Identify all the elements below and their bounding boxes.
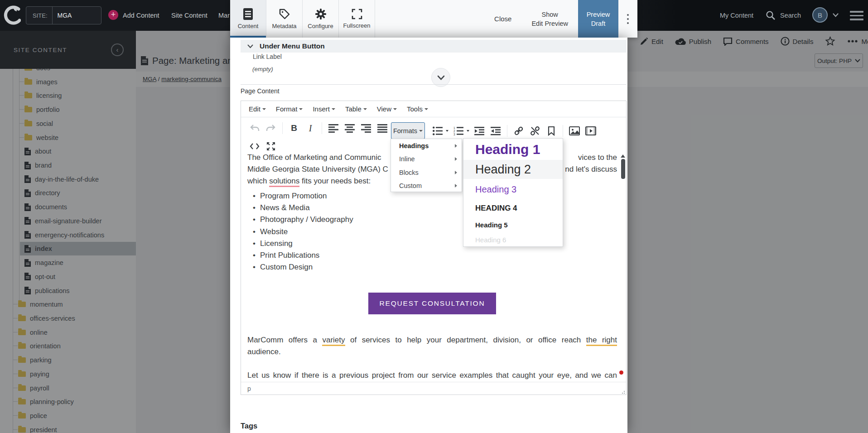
- submenu-arrow-icon: [455, 184, 457, 188]
- page-content-label: Page Content: [241, 87, 280, 95]
- formats-label: Formats: [393, 127, 417, 135]
- highlighted-word: the right: [586, 336, 617, 346]
- link-label-field-value: (empty): [252, 66, 273, 72]
- formats-menu-item-custom[interactable]: Custom: [391, 179, 462, 193]
- kebab-menu-icon[interactable]: [618, 0, 637, 38]
- scroll-up-icon[interactable]: [621, 154, 625, 158]
- formats-menu-item-headings[interactable]: Headings: [391, 139, 462, 153]
- chevron-down-icon: [437, 75, 445, 80]
- tab-fullscreen-label: Fullscreen: [343, 22, 371, 29]
- close-button[interactable]: Close: [494, 15, 511, 23]
- undo-button[interactable]: [249, 123, 260, 134]
- align-center-button[interactable]: [344, 123, 355, 134]
- tab-metadata[interactable]: Metadata: [266, 0, 303, 38]
- service-bullet-list: Program PromotionNews & MediaPhotography…: [247, 190, 353, 273]
- numbered-list-caret-icon[interactable]: [467, 130, 469, 132]
- add-content-icon[interactable]: +: [108, 10, 118, 20]
- caret-down-icon: [299, 108, 303, 110]
- bullet-item: News & Media: [247, 202, 353, 214]
- submenu-arrow-icon: [455, 157, 457, 161]
- anchor-bookmark-button[interactable]: [546, 125, 557, 136]
- tab-content-label: Content: [238, 23, 259, 29]
- hamburger-menu-icon[interactable]: [850, 11, 863, 20]
- search-link[interactable]: Search: [780, 12, 801, 19]
- bullet-item: Print Publications: [247, 250, 353, 261]
- align-justify-button[interactable]: [377, 123, 388, 134]
- link-label-field-label: Link Label: [253, 53, 282, 60]
- formats-dropdown-button[interactable]: Formats: [391, 122, 425, 139]
- unlink-button[interactable]: [530, 125, 540, 136]
- section-title: Under Menu Button: [260, 42, 325, 50]
- bullet-item: Licensing: [247, 238, 353, 250]
- request-consultation-button[interactable]: REQUEST CONSULTATION: [368, 293, 496, 314]
- numbered-list-button[interactable]: 123: [453, 125, 464, 136]
- bold-button[interactable]: B: [289, 123, 299, 134]
- show-edit-preview-button[interactable]: Show Edit Preview: [531, 10, 568, 28]
- misspelled-word: solutions: [269, 177, 299, 187]
- menubar-insert[interactable]: Insert: [308, 105, 340, 113]
- section-divider: [241, 84, 627, 85]
- tab-metadata-label: Metadata: [272, 23, 296, 29]
- headings-submenu-item-heading-5[interactable]: Heading 5: [463, 217, 563, 232]
- resize-grip[interactable]: [621, 390, 625, 394]
- outdent-button[interactable]: [474, 125, 485, 136]
- menubar-view[interactable]: View: [372, 105, 402, 113]
- menubar-edit[interactable]: Edit: [244, 105, 271, 113]
- headings-submenu-item-heading-2[interactable]: Heading 2: [463, 160, 563, 179]
- tab-content[interactable]: Content: [230, 0, 266, 38]
- menubar-table[interactable]: Table: [340, 105, 372, 113]
- headings-submenu: Heading 1Heading 2Heading 3HEADING 4Head…: [463, 138, 563, 247]
- tab-configure[interactable]: Configure: [303, 0, 339, 38]
- indent-button[interactable]: [490, 125, 501, 136]
- preview-draft-button[interactable]: Preview Draft: [578, 0, 618, 38]
- nav-truncated[interactable]: Mar: [218, 12, 230, 19]
- site-value: MGA: [53, 12, 72, 19]
- editor-scrollbar[interactable]: [621, 154, 625, 381]
- search-icon[interactable]: [766, 10, 776, 20]
- align-left-button[interactable]: [328, 123, 339, 134]
- caret-down-icon: [419, 130, 423, 132]
- under-menu-button-section[interactable]: Under Menu Button: [241, 40, 627, 53]
- element-path[interactable]: p: [247, 385, 251, 392]
- tab-fullscreen[interactable]: Fullscreen: [339, 0, 375, 38]
- editor-toolbar-row1: B I Formats: [241, 117, 626, 139]
- fullscreen-icon: [352, 9, 362, 19]
- app-root: SITE: MGA + Add Content Site Content Mar…: [0, 0, 868, 433]
- svg-text:3: 3: [453, 133, 455, 135]
- site-selector[interactable]: SITE: MGA: [26, 6, 101, 24]
- modal-actions: Close Show Edit Preview Preview Draft: [494, 0, 637, 38]
- avatar-chevron-down-icon[interactable]: [833, 13, 838, 17]
- paragraph-line: audience.: [247, 346, 617, 358]
- nav-site-content[interactable]: Site Content: [171, 12, 207, 19]
- headings-submenu-item-heading-3[interactable]: Heading 3: [463, 179, 563, 200]
- add-content-button[interactable]: Add Content: [123, 12, 159, 19]
- submenu-arrow-icon: [455, 171, 457, 174]
- source-code-button[interactable]: [249, 141, 260, 152]
- headings-submenu-item-heading-4[interactable]: HEADING 4: [463, 200, 563, 217]
- paragraph-line: Let us know if there is a previous proje…: [247, 370, 617, 381]
- highlighted-word: variety: [322, 336, 345, 346]
- my-content-link[interactable]: My Content: [720, 12, 753, 19]
- cascade-logo-icon[interactable]: [4, 5, 21, 26]
- headings-submenu-item-heading-6[interactable]: Heading 6: [463, 232, 563, 247]
- editor-fullscreen-button[interactable]: [265, 141, 276, 152]
- headings-submenu-item-heading-1[interactable]: Heading 1: [463, 139, 563, 160]
- align-right-button[interactable]: [361, 123, 371, 134]
- bullet-item: Program Promotion: [247, 190, 353, 202]
- site-label: SITE:: [26, 12, 52, 19]
- insert-link-button[interactable]: [513, 125, 524, 136]
- caret-down-icon: [393, 108, 397, 110]
- insert-media-button[interactable]: [585, 125, 596, 136]
- formats-menu-item-inline[interactable]: Inline: [391, 153, 462, 166]
- redo-button[interactable]: [265, 123, 276, 134]
- menubar-tools[interactable]: Tools: [402, 105, 433, 113]
- insert-image-button[interactable]: [569, 125, 580, 136]
- tab-configure-label: Configure: [308, 23, 333, 29]
- menubar-format[interactable]: Format: [271, 105, 308, 113]
- bullet-list-button[interactable]: [432, 125, 443, 136]
- formats-menu-item-blocks[interactable]: Blocks: [391, 166, 462, 179]
- bullet-list-caret-icon[interactable]: [446, 130, 448, 132]
- scrollbar-thumb[interactable]: [621, 159, 625, 179]
- italic-button[interactable]: I: [305, 123, 316, 134]
- avatar[interactable]: B: [812, 7, 828, 23]
